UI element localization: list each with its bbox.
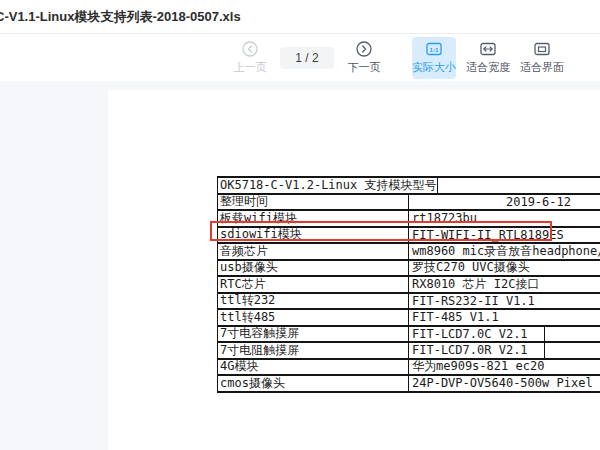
module-model-cell: wm8960 mic录音放音headphone/speak: [408, 244, 600, 259]
page-indicator: 1 / 2: [280, 47, 334, 69]
module-model-cell: FIT-RS232-II V1.1: [408, 294, 600, 309]
next-page-button[interactable]: 下一页: [342, 37, 386, 79]
fit-screen-icon: [534, 41, 550, 57]
table-title-overflow-cell: [437, 178, 600, 193]
module-name-cell: 音频芯片: [218, 244, 408, 259]
table-header-row: OK5718-C-V1.2-Linux 支持模块型号: [218, 176, 600, 193]
table-row: cmos摄像头 24P-DVP-OV5640-500w Pixel: [218, 374, 600, 391]
title-bar: C-V1.1-Linux模块支持列表-2018-0507.xls: [0, 0, 600, 33]
module-model-cell: RX8010 芯片 I2C接口: [408, 277, 600, 292]
fit-screen-button[interactable]: 适合界面: [520, 37, 564, 79]
module-support-table: OK5718-C-V1.2-Linux 支持模块型号 整理时间 2019-6-1…: [217, 176, 600, 393]
empty-cell: [544, 343, 600, 358]
toolbar-group: 上一页 1 / 2 下一页 1:1 实际大小 适合宽度: [228, 34, 564, 81]
module-model-cell: 罗技C270 UVC摄像头: [408, 261, 600, 276]
document-stage: OK5718-C-V1.2-Linux 支持模块型号 整理时间 2019-6-1…: [0, 81, 600, 450]
table-meta-row: 整理时间 2019-6-12: [218, 193, 600, 210]
table-row: RTC芯片 RX8010 芯片 I2C接口: [218, 275, 600, 292]
table-title-cell: OK5718-C-V1.2-Linux 支持模块型号: [218, 178, 437, 193]
meta-label-cell: 整理时间: [218, 195, 408, 210]
module-model-cell: 24P-DVP-OV5640-500w Pixel: [408, 376, 600, 391]
table-row: ttl转232 FIT-RS232-II V1.1: [218, 292, 600, 309]
module-name-cell: usb摄像头: [218, 261, 408, 276]
fit-screen-label: 适合界面: [520, 60, 564, 75]
actual-size-label: 实际大小: [412, 60, 456, 75]
module-name-cell: ttl转232: [218, 294, 408, 309]
actual-size-button[interactable]: 1:1 实际大小: [412, 37, 456, 79]
prev-page-label: 上一页: [234, 60, 267, 75]
module-name-cell: 4G模块: [218, 360, 408, 375]
table-row: 音频芯片 wm8960 mic录音放音headphone/speak: [218, 242, 600, 259]
circle-chevron-right-icon: [356, 41, 372, 57]
fit-width-button[interactable]: 适合宽度: [466, 37, 510, 79]
module-name-cell: 7寸电容触摸屏: [218, 327, 408, 342]
module-model-cell: FIT-485 V1.1: [408, 310, 600, 325]
module-model-cell: FIT-LCD7.0R V2.1: [408, 343, 544, 358]
spreadsheet-page: OK5718-C-V1.2-Linux 支持模块型号 整理时间 2019-6-1…: [108, 90, 600, 450]
module-name-cell: RTC芯片: [218, 277, 408, 292]
prev-page-button[interactable]: 上一页: [228, 37, 272, 79]
highlight-annotation-box: [210, 221, 552, 241]
module-model-cell: FIT-LCD7.0C V2.1: [408, 327, 544, 342]
file-title: C-V1.1-Linux模块支持列表-2018-0507.xls: [0, 8, 241, 26]
table-row: 4G模块 华为me909s-821 ec20: [218, 358, 600, 375]
empty-cell: [544, 327, 600, 342]
next-page-label: 下一页: [348, 60, 381, 75]
fit-width-label: 适合宽度: [466, 60, 510, 75]
viewer-toolbar: 上一页 1 / 2 下一页 1:1 实际大小 适合宽度: [0, 34, 600, 81]
table-row: ttl转485 FIT-485 V1.1: [218, 308, 600, 325]
module-name-cell: ttl转485: [218, 310, 408, 325]
svg-text:1:1: 1:1: [430, 45, 440, 52]
table-row: 7寸电阻触摸屏 FIT-LCD7.0R V2.1: [218, 341, 600, 358]
table-row: 7寸电容触摸屏 FIT-LCD7.0C V2.1: [218, 325, 600, 342]
module-name-cell: cmos摄像头: [218, 376, 408, 391]
module-model-cell: 华为me909s-821 ec20: [408, 360, 600, 375]
one-to-one-icon: 1:1: [426, 41, 442, 57]
table-row: usb摄像头 罗技C270 UVC摄像头: [218, 259, 600, 276]
fit-width-icon: [480, 41, 496, 57]
meta-value-cell: 2019-6-12: [408, 195, 600, 210]
circle-chevron-left-icon: [242, 41, 258, 57]
module-name-cell: 7寸电阻触摸屏: [218, 343, 408, 358]
